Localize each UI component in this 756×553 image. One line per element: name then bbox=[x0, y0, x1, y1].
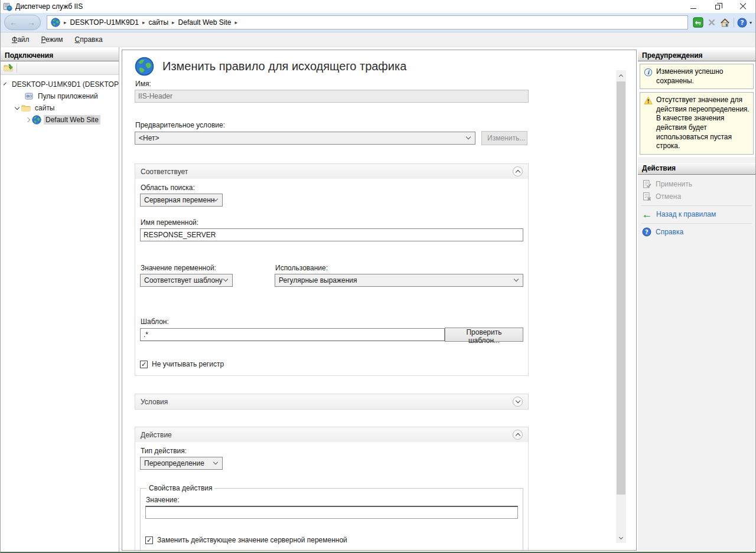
scope-select[interactable]: Серверная переменн bbox=[140, 194, 223, 207]
globe-icon bbox=[51, 18, 60, 27]
title-bar: Диспетчер служб IIS bbox=[1, 0, 755, 13]
replace-value-checkbox[interactable]: ✓ bbox=[145, 536, 153, 544]
tree-item-default-web-site[interactable]: Default Web Site bbox=[1, 114, 119, 126]
warning-icon bbox=[644, 96, 653, 105]
cancel-label: Отмена bbox=[656, 192, 681, 201]
feature-view: Изменить правило для исходящего трафика … bbox=[122, 50, 637, 551]
usage-select[interactable]: Регулярные выражения bbox=[275, 274, 523, 287]
apply-action[interactable]: Применить bbox=[640, 178, 753, 191]
restore-icon bbox=[715, 5, 720, 9]
action-section-header[interactable]: Действие bbox=[135, 427, 528, 442]
help-dropdown-icon[interactable]: ▾ bbox=[750, 20, 752, 25]
vertical-scrollbar[interactable] bbox=[616, 70, 626, 543]
edit-precondition-button[interactable]: Изменить... bbox=[481, 131, 527, 145]
expander-collapsed-icon[interactable] bbox=[25, 117, 30, 122]
application-pools-icon bbox=[24, 91, 34, 101]
action-section: Действие Тип действия: Переопределение С… bbox=[135, 427, 529, 551]
apply-icon bbox=[642, 179, 651, 189]
variable-value-select[interactable]: Соответствует шаблону bbox=[140, 274, 233, 287]
breadcrumb-arrow-icon: ▸ bbox=[142, 19, 145, 25]
conditions-section-header[interactable]: Условия bbox=[135, 394, 528, 409]
scope-value: Серверная переменн bbox=[144, 196, 214, 204]
scroll-up-button[interactable] bbox=[616, 70, 626, 80]
alerts-header: Предупреждения bbox=[638, 50, 755, 61]
value-label: Значение: bbox=[146, 496, 518, 504]
restore-button[interactable] bbox=[706, 0, 731, 13]
iis-manager-window: Диспетчер служб IIS ← → ▸ DESKTOP-U1MK9D… bbox=[0, 0, 756, 553]
expander-expanded-icon[interactable] bbox=[4, 82, 6, 85]
tree-item-label: Default Web Site bbox=[44, 115, 100, 125]
menu-file[interactable]: Файл bbox=[6, 34, 35, 45]
help-action[interactable]: Справка bbox=[640, 226, 753, 238]
tree-item-label: сайты bbox=[33, 103, 57, 113]
info-icon bbox=[644, 68, 653, 77]
close-button[interactable] bbox=[731, 0, 755, 13]
match-section-header[interactable]: Соответствует bbox=[135, 164, 528, 179]
help-button[interactable] bbox=[737, 17, 748, 28]
expander-expanded-icon[interactable] bbox=[15, 104, 19, 109]
breadcrumb-arrow-icon: ▸ bbox=[172, 19, 175, 25]
breadcrumb-item-sites[interactable]: сайты bbox=[149, 18, 169, 27]
back-to-rules-action[interactable]: ← Назад к правилам bbox=[640, 208, 753, 221]
toolbar-separator bbox=[17, 63, 17, 73]
nav-back-forward: ← → bbox=[4, 15, 41, 30]
pattern-label: Шаблон: bbox=[141, 318, 523, 326]
alert-text: Изменения успешно сохранены. bbox=[656, 67, 750, 86]
cancel-action[interactable]: Отмена bbox=[640, 191, 753, 203]
test-pattern-button[interactable]: Проверить шаблон... bbox=[445, 328, 523, 342]
back-icon[interactable]: ← bbox=[9, 18, 18, 27]
refresh-button[interactable] bbox=[693, 17, 703, 28]
action-type-value: Переопределение bbox=[144, 459, 204, 467]
connections-tree: DESKTOP-U1MK9D1 (DESKTOP Пулы приложений… bbox=[1, 75, 119, 126]
checkmark-icon: ✓ bbox=[146, 537, 152, 544]
tree-item-server[interactable]: DESKTOP-U1MK9D1 (DESKTOP bbox=[1, 78, 119, 90]
alert-warning: Отсутствует значение для действия переоп… bbox=[640, 92, 754, 155]
breadcrumb-item-default-site[interactable]: Default Web Site bbox=[178, 18, 232, 27]
scroll-down-button[interactable] bbox=[616, 533, 626, 543]
page-title: Изменить правило для исходящего трафика bbox=[162, 60, 406, 73]
app-body: Подключения DESKTOP-U1MK9D1 (DESKTOP Пул… bbox=[1, 47, 755, 552]
forward-icon[interactable]: → bbox=[27, 18, 35, 27]
ignore-case-checkbox[interactable]: ✓ bbox=[140, 361, 148, 368]
tree-item-app-pools[interactable]: Пулы приложений bbox=[1, 90, 119, 102]
ignore-case-label: Не учитывать регистр bbox=[152, 360, 224, 368]
tree-item-sites[interactable]: сайты bbox=[1, 102, 119, 114]
breadcrumb-item-server[interactable]: DESKTOP-U1MK9D1 bbox=[70, 18, 139, 27]
expand-section-button[interactable] bbox=[513, 397, 523, 407]
create-connection-icon[interactable] bbox=[4, 63, 13, 73]
address-bar: ← → ▸ DESKTOP-U1MK9D1 ▸ сайты ▸ Default … bbox=[1, 13, 755, 32]
collapse-section-button[interactable] bbox=[513, 430, 523, 440]
collapse-section-button[interactable] bbox=[513, 166, 523, 176]
variable-name-input[interactable] bbox=[140, 228, 523, 241]
action-value-input[interactable] bbox=[145, 506, 518, 519]
stop-icon bbox=[707, 18, 716, 27]
right-panel: Предупреждения Изменения успешно сохране… bbox=[638, 50, 755, 552]
chevron-down-icon bbox=[223, 277, 228, 282]
menu-mode[interactable]: Режим bbox=[36, 34, 69, 45]
pattern-input[interactable] bbox=[140, 328, 445, 341]
tree-item-label: Пулы приложений bbox=[36, 91, 100, 101]
precondition-value: <Нет> bbox=[139, 134, 159, 142]
scrollbar-thumb[interactable] bbox=[617, 81, 625, 495]
back-to-rules-label: Назад к правилам bbox=[656, 210, 716, 218]
variable-name-label: Имя переменной: bbox=[141, 218, 523, 227]
checkmark-icon: ✓ bbox=[141, 361, 146, 368]
conditions-section-title: Условия bbox=[141, 398, 168, 406]
breadcrumb[interactable]: ▸ DESKTOP-U1MK9D1 ▸ сайты ▸ Default Web … bbox=[47, 15, 688, 30]
action-properties-title: Свойства действия bbox=[146, 484, 214, 492]
match-section: Соответствует Область поиска: Серверная … bbox=[135, 163, 529, 376]
action-type-select[interactable]: Переопределение bbox=[140, 457, 223, 470]
menu-help[interactable]: Справка bbox=[70, 34, 108, 45]
chevron-down-icon bbox=[466, 135, 471, 139]
home-icon bbox=[720, 18, 730, 28]
toolbar-separator bbox=[734, 18, 734, 27]
minimize-button[interactable] bbox=[681, 0, 706, 13]
close-icon bbox=[739, 3, 747, 10]
usage-value: Регулярные выражения bbox=[279, 276, 357, 284]
conditions-section: Условия bbox=[135, 394, 529, 410]
stop-button[interactable] bbox=[706, 17, 717, 28]
iis-app-icon bbox=[3, 2, 12, 11]
precondition-select[interactable]: <Нет> bbox=[135, 132, 475, 145]
home-button[interactable] bbox=[720, 17, 731, 28]
chevron-down-icon bbox=[213, 460, 218, 464]
